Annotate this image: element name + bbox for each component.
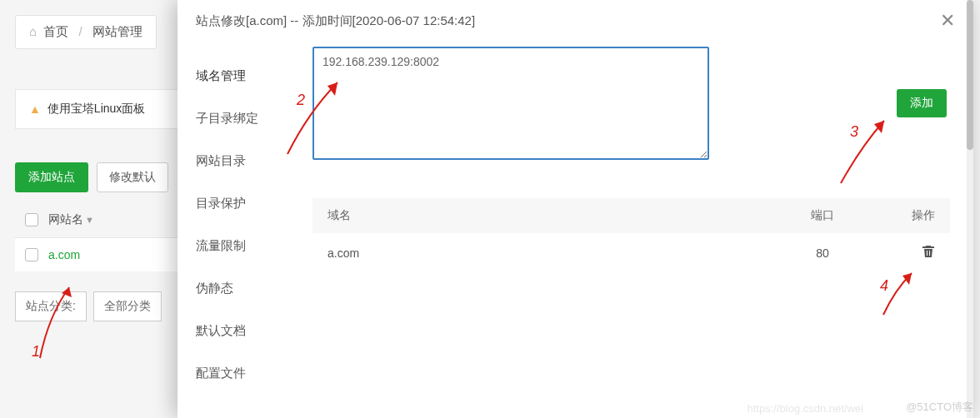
sidebar-item-default-doc[interactable]: 默认文档 [178,310,306,352]
column-domain: 域名 [328,208,785,223]
select-all-checkbox[interactable] [25,213,38,226]
column-operation: 操作 [860,208,935,223]
modify-default-button[interactable]: 修改默认 [97,162,168,192]
domain-value: a.com [328,246,785,260]
port-value: 80 [785,246,860,260]
site-name-link[interactable]: a.com [48,248,80,261]
warning-icon: ▲ [29,102,41,116]
delete-icon[interactable] [922,247,935,261]
scrollbar[interactable] [967,0,973,418]
modal-sidebar: 域名管理 子目录绑定 网站目录 目录保护 流量限制 伪静态 默认文档 配置文件 [178,40,306,418]
scrollbar-thumb[interactable] [967,0,973,150]
sidebar-item-subdir-bind[interactable]: 子目录绑定 [178,97,306,140]
modal-title: 站点修改[a.com] -- 添加时间[2020-06-07 12:54:42] [196,13,475,29]
table-row: a.com 80 [312,233,950,272]
domain-table-header: 域名 端口 操作 [312,198,950,233]
domain-input[interactable] [312,47,709,160]
add-site-button[interactable]: 添加站点 [15,162,88,192]
sidebar-item-pseudo-static[interactable]: 伪静态 [178,267,306,310]
close-icon[interactable]: ✕ [940,12,955,30]
sidebar-item-dir-protect[interactable]: 目录保护 [178,182,306,225]
sidebar-item-domain-mgmt[interactable]: 域名管理 [178,55,306,97]
sidebar-item-config-file[interactable]: 配置文件 [178,352,306,395]
sidebar-item-traffic-limit[interactable]: 流量限制 [178,225,306,267]
add-domain-button[interactable]: 添加 [897,89,947,117]
breadcrumb: ⌂ 首页 / 网站管理 [15,15,157,49]
site-category-label: 站点分类: [15,291,87,321]
site-category-select[interactable]: 全部分类 [93,291,162,321]
home-icon: ⌂ [29,24,37,38]
sort-down-icon[interactable]: ▼ [85,215,94,225]
annotation-number-1: 1 [32,343,40,361]
site-edit-modal: 站点修改[a.com] -- 添加时间[2020-06-07 12:54:42]… [178,0,973,418]
breadcrumb-section[interactable]: 网站管理 [92,24,142,38]
row-checkbox[interactable] [25,248,38,261]
column-site-name[interactable]: 网站名 [48,212,83,227]
breadcrumb-home[interactable]: 首页 [43,24,68,38]
sidebar-item-site-dir[interactable]: 网站目录 [178,140,306,182]
column-port: 端口 [785,208,860,223]
